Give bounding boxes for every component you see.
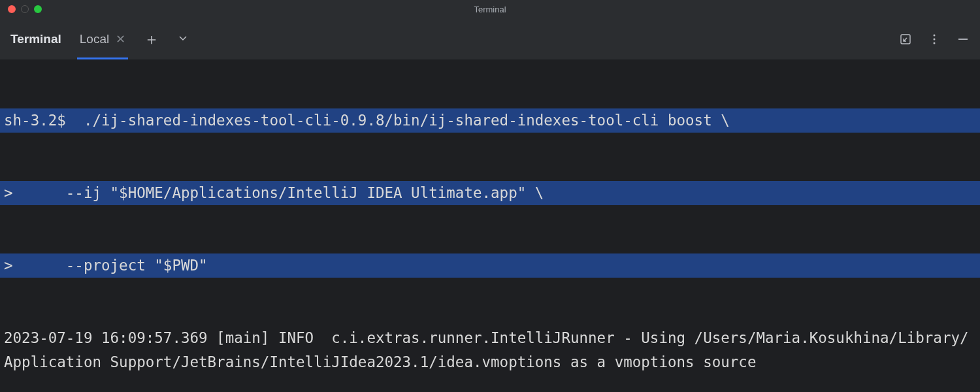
svg-point-2 (934, 38, 936, 40)
window-minimize-button[interactable] (21, 5, 29, 13)
close-tab-icon[interactable]: ✕ (116, 32, 125, 46)
terminal-command-line: sh-3.2$ ./ij-shared-indexes-tool-cli-0.9… (0, 108, 980, 133)
svg-point-3 (934, 42, 936, 44)
terminal-command-line: > --ij "$HOME/Applications/IntelliJ IDEA… (0, 181, 980, 205)
terminal-log-line: 2023-07-19 16:09:57.369 [main] INFO c.i.… (0, 326, 980, 374)
hide-panel-icon[interactable] (956, 33, 970, 46)
new-tab-button[interactable]: ＋ (144, 29, 159, 50)
tab-bar-actions (899, 33, 970, 46)
window-close-button[interactable] (8, 5, 16, 13)
tab-local-label: Local (80, 32, 109, 46)
tab-terminal[interactable]: Terminal (10, 18, 61, 59)
maximize-panel-icon[interactable] (899, 33, 912, 46)
tab-terminal-label: Terminal (10, 32, 61, 46)
window-title: Terminal (474, 5, 506, 14)
window-maximize-button[interactable] (34, 5, 42, 13)
terminal-output[interactable]: sh-3.2$ ./ij-shared-indexes-tool-cli-0.9… (0, 60, 980, 392)
svg-point-1 (934, 34, 936, 36)
tab-dropdown-icon[interactable] (178, 33, 188, 46)
tab-bar: Terminal Local ✕ ＋ (0, 18, 980, 60)
terminal-command-line: > --project "$PWD" (0, 253, 980, 278)
window-titlebar: Terminal (0, 0, 980, 18)
traffic-lights (0, 5, 42, 13)
tab-local[interactable]: Local ✕ (80, 18, 125, 59)
more-options-icon[interactable] (928, 33, 941, 46)
